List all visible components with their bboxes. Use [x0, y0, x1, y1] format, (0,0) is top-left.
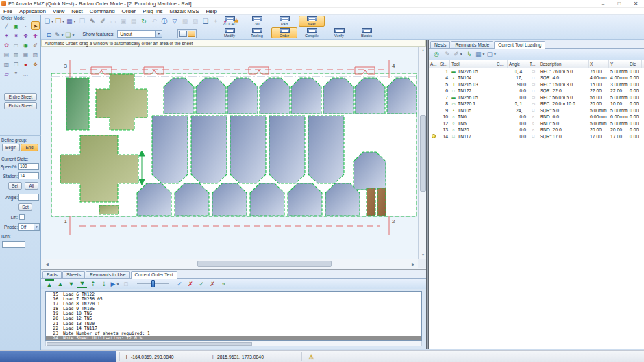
- columns-icon[interactable]: ▦▼: [475, 50, 485, 59]
- column-header-die[interactable]: Die: [628, 60, 642, 68]
- tab-parts[interactable]: Parts: [42, 271, 62, 278]
- filter-icon[interactable]: ▽: [171, 17, 179, 26]
- paste-icon[interactable]: ▤: [129, 17, 138, 26]
- canvas-horizontal-scrollbar[interactable]: ◀ ▶: [42, 259, 418, 268]
- stop-tool-icon[interactable]: ●: [21, 60, 30, 68]
- column-header-st[interactable]: St...: [438, 60, 450, 68]
- card4-icon[interactable]: ▧: [31, 50, 40, 59]
- box-tool-icon[interactable]: ❒: [12, 60, 21, 68]
- cluster2-tool-icon[interactable]: ✷: [12, 31, 21, 40]
- move-tool-icon[interactable]: ✥: [21, 31, 30, 40]
- warning-icon[interactable]: ⚠: [308, 354, 314, 361]
- new-icon[interactable]: ❏▼: [45, 17, 54, 26]
- table-row[interactable]: 5❙TN215.0390.0▭REC: 15.0 x 3.015.00...3.…: [429, 81, 644, 88]
- menu-order[interactable]: Order: [119, 8, 139, 15]
- show-features-select[interactable]: Uncut ▼: [117, 30, 162, 38]
- menu-application[interactable]: Application: [16, 8, 49, 15]
- scroll-left-icon[interactable]: ◀: [43, 260, 51, 268]
- card3-icon[interactable]: ▦: [21, 50, 30, 59]
- column-header-angle[interactable]: Angle: [508, 60, 528, 68]
- stop-icon[interactable]: □: [121, 279, 131, 288]
- edit-tool2-icon[interactable]: ✐▼: [454, 50, 463, 59]
- column-header-description[interactable]: Description: [538, 60, 589, 68]
- more-commands-icon[interactable]: »: [219, 279, 228, 288]
- mode-button-3d[interactable]: 3D: [244, 16, 270, 27]
- go-first-icon[interactable]: ▲: [45, 279, 54, 288]
- play-icon[interactable]: ▶▼: [110, 279, 120, 288]
- end-button[interactable]: End: [21, 144, 38, 151]
- tab-sheets[interactable]: Sheets: [62, 271, 85, 278]
- maximize-button[interactable]: □: [611, 0, 628, 8]
- scroll-right-icon[interactable]: ▶: [409, 260, 417, 268]
- table-row[interactable]: 14□TN1170.0□SQR: 17.017.00...17.00...0.0…: [429, 133, 644, 140]
- column-header-x[interactable]: X: [589, 60, 609, 68]
- edit-tool-icon[interactable]: ✎: [443, 50, 452, 59]
- column-header-t[interactable]: T...: [528, 60, 538, 68]
- copy-icon[interactable]: ▣: [119, 17, 128, 26]
- mode-button-blocks[interactable]: Blocks: [354, 27, 380, 38]
- open-icon[interactable]: ❒▼: [55, 17, 65, 26]
- table-row[interactable]: 4•TN10417,...□SQR: 4.04.00mm4.00mm0.00: [429, 75, 644, 82]
- mode-button-modify[interactable]: Modify: [216, 27, 243, 38]
- tile-horizontal-icon[interactable]: [179, 31, 187, 37]
- step-forward-icon[interactable]: ▼: [66, 279, 76, 288]
- hatch-tool-icon[interactable]: ▨: [2, 60, 11, 68]
- lift-checkbox[interactable]: [19, 214, 25, 220]
- order-text-scrollbar[interactable]: [45, 341, 422, 346]
- order-text-line[interactable]: 24Note Sheet Utilisation: 72.0 %: [46, 336, 421, 341]
- card2-icon[interactable]: ▥: [12, 50, 21, 59]
- tab-remnants-to-use[interactable]: Remnants to Use: [86, 271, 130, 278]
- menu-plug-ins[interactable]: Plug-Ins: [139, 8, 166, 15]
- sheet-feature-icon[interactable]: ❏▼: [66, 31, 75, 40]
- jump-down-icon[interactable]: ⇣: [99, 279, 109, 288]
- check-out-icon[interactable]: ✗: [208, 279, 217, 288]
- hand-tool-icon[interactable]: ❖: [31, 60, 40, 68]
- table-row[interactable]: 12○TN50.0○RND: 5.05.00mm5.00mm0.00: [429, 120, 644, 127]
- slot-tool-icon[interactable]: ▭: [12, 40, 21, 49]
- go-last-icon[interactable]: ▼: [77, 279, 87, 288]
- tab-nests[interactable]: Nests: [430, 41, 450, 48]
- step-back-icon[interactable]: ▲: [55, 279, 65, 288]
- snap-icon[interactable]: ▨: [191, 17, 200, 26]
- goto-tool-icon[interactable]: ↳: [465, 50, 474, 59]
- mode-button-tooling[interactable]: Tooling: [244, 27, 270, 38]
- circle-tool-icon[interactable]: ◉: [21, 40, 30, 49]
- pick-tool-icon[interactable]: ✐: [31, 40, 40, 49]
- delete-text-icon[interactable]: ✗: [186, 279, 195, 288]
- order-text-line[interactable]: 20Load 12 TN5: [46, 316, 421, 321]
- nest-canvas[interactable]: 3 4 1 2: [42, 47, 418, 259]
- table-row[interactable]: 10○TN60.0○RND: 6.06.00mm6.00mm0.00: [429, 114, 644, 121]
- order-text-line[interactable]: 17Load 8 TN220.1: [46, 302, 421, 307]
- column-header-a[interactable]: A...: [429, 60, 438, 68]
- close-button[interactable]: ✕: [628, 0, 644, 8]
- column-header-tool[interactable]: Tool: [450, 60, 495, 68]
- dot-tool-icon[interactable]: ·: [21, 21, 30, 30]
- refresh-icon[interactable]: ↻: [140, 17, 149, 26]
- mode-button-2d-cad[interactable]: 2D CAD: [216, 16, 243, 27]
- import-icon[interactable]: ❐: [78, 17, 87, 26]
- set-station-button[interactable]: Set: [8, 182, 22, 190]
- refresh-tools-icon[interactable]: ◎: [432, 50, 441, 59]
- mode-button-nest[interactable]: Nest: [299, 16, 325, 27]
- entire-sheet-button[interactable]: Entire Sheet: [4, 93, 37, 101]
- line-tool-icon[interactable]: ╱: [2, 21, 11, 30]
- table-row[interactable]: 13○TN200.0○RND: 20.020.00...20.00...0.00: [429, 127, 644, 134]
- grid-icon[interactable]: ▩: [181, 17, 190, 26]
- erase-icon[interactable]: ▭: [109, 17, 118, 26]
- undo-icon[interactable]: ↶: [150, 17, 159, 26]
- part-outline-icon[interactable]: ▣: [12, 21, 21, 30]
- layers-icon[interactable]: ❑: [201, 17, 210, 26]
- mode-button-compile[interactable]: Compile: [299, 27, 325, 38]
- speed-field[interactable]: 100: [18, 163, 39, 170]
- skew-tool-icon[interactable]: ▱: [2, 69, 11, 78]
- menu-view[interactable]: View: [49, 8, 68, 15]
- order-text-line[interactable]: 19Load 10 TN6: [46, 311, 421, 316]
- mode-button-part[interactable]: Part: [271, 16, 297, 27]
- info-icon[interactable]: ⓘ: [160, 17, 169, 26]
- menu-command[interactable]: Command: [86, 8, 119, 15]
- view-mode-icon[interactable]: ▢▼: [486, 50, 496, 59]
- zoom-window-icon[interactable]: ⊡: [45, 31, 53, 40]
- finish-sheet-button[interactable]: Finish Sheet: [4, 102, 37, 109]
- set-angle-button[interactable]: Set: [18, 203, 32, 211]
- menu-help[interactable]: Help: [203, 8, 221, 15]
